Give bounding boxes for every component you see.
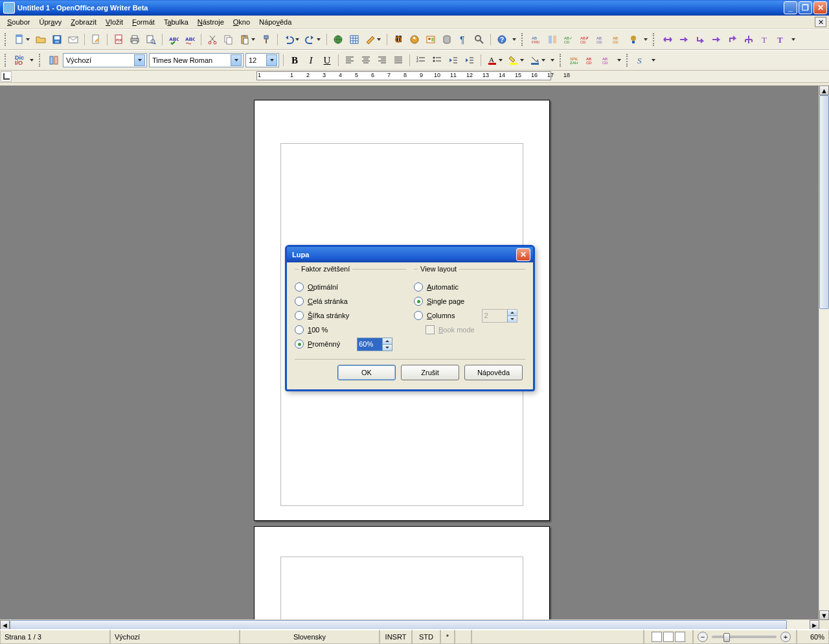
print-button[interactable] — [128, 32, 142, 47]
dic-button[interactable]: DicI/O — [12, 53, 27, 67]
svg-rect-1 — [16, 35, 22, 37]
redo-button[interactable] — [303, 32, 323, 47]
ext-arrow-right-icon[interactable] — [677, 32, 691, 47]
menu-edit[interactable]: Úpravy — [34, 17, 66, 27]
edit-file-button[interactable] — [89, 32, 103, 47]
hyperlink-button[interactable] — [331, 32, 345, 47]
ext-record-changes-icon[interactable] — [626, 32, 641, 47]
decrease-indent-button[interactable] — [446, 53, 460, 67]
undo-button[interactable] — [282, 32, 301, 47]
close-button[interactable]: ✕ — [813, 1, 827, 14]
svg-rect-20 — [227, 38, 232, 44]
menu-insert[interactable]: Vložit — [101, 17, 128, 27]
ext-script-icon[interactable]: S — [634, 53, 648, 67]
table-button[interactable] — [347, 32, 361, 47]
italic-button[interactable]: I — [304, 53, 318, 67]
document-close-button[interactable]: ✕ — [815, 17, 826, 27]
ext-track-changes-icon[interactable] — [545, 32, 560, 47]
cut-button[interactable] — [205, 32, 220, 47]
copy-button[interactable] — [221, 32, 236, 47]
increase-indent-button[interactable] — [462, 53, 477, 67]
menu-tools[interactable]: Nástroje — [193, 17, 229, 27]
menu-view[interactable]: Zobrazit — [66, 17, 101, 27]
toolbar-grip[interactable] — [5, 33, 8, 46]
svg-rect-11 — [132, 41, 137, 43]
toolbar-overflow-3[interactable] — [790, 32, 797, 47]
svg-text:ABC: ABC — [185, 36, 195, 42]
font-color-button[interactable]: A — [485, 53, 505, 67]
menu-file[interactable]: Sdocument.currentScript.previousElementS… — [3, 17, 34, 27]
find-button[interactable] — [391, 32, 405, 47]
toolbar-overflow-4[interactable] — [28, 53, 35, 67]
ext-text-icon[interactable]: T — [758, 32, 772, 47]
ext-tree-icon[interactable] — [742, 32, 756, 47]
font-name-combo[interactable]: Times New Roman — [149, 53, 244, 67]
new-document-button[interactable] — [12, 32, 32, 47]
ext-arrow-down-right-icon[interactable] — [693, 32, 707, 47]
justify-button[interactable] — [391, 53, 405, 67]
underline-button[interactable]: U — [320, 53, 334, 67]
toolbar-grip-7[interactable] — [626, 54, 630, 67]
show-draw-button[interactable] — [363, 32, 383, 47]
svg-line-42 — [480, 40, 483, 43]
ruler-corner[interactable] — [1, 71, 12, 82]
export-pdf-button[interactable]: PDF — [111, 32, 126, 47]
align-left-button[interactable] — [343, 53, 357, 67]
ext-compare-icon[interactable]: ABCD — [594, 32, 608, 47]
ext-accept-change-icon[interactable]: AB✓CD — [562, 32, 576, 47]
zoom-button[interactable] — [472, 32, 486, 47]
ext-merge-icon[interactable]: ABCD — [610, 32, 624, 47]
toolbar-grip-3[interactable] — [653, 33, 657, 46]
ext-arrow-both-icon[interactable] — [661, 32, 675, 47]
highlight-button[interactable] — [506, 53, 526, 67]
bullet-list-button[interactable] — [430, 53, 444, 67]
align-right-button[interactable] — [375, 53, 389, 67]
format-paintbrush-button[interactable] — [259, 32, 273, 47]
toolbar-grip-6[interactable] — [560, 54, 563, 67]
spellcheck-button[interactable]: ABC — [166, 32, 181, 47]
print-preview-button[interactable] — [144, 32, 158, 47]
svg-rect-27 — [350, 36, 358, 43]
ext-arrow-right-2-icon[interactable] — [709, 32, 723, 47]
horizontal-ruler[interactable]: 1234567891011121314151617181 — [12, 71, 829, 82]
paste-button[interactable] — [238, 32, 257, 47]
menu-help[interactable]: Nápověda — [255, 17, 296, 27]
menu-format[interactable]: Formát — [128, 17, 159, 27]
background-color-button[interactable] — [528, 53, 547, 67]
nonprinting-button[interactable]: ¶ — [456, 32, 470, 47]
ext-arrow-up-right-icon[interactable] — [725, 32, 740, 47]
gallery-button[interactable] — [424, 32, 438, 47]
help-button[interactable]: ? — [495, 32, 509, 47]
ext-spe-icon[interactable]: SPEZAH — [567, 53, 582, 67]
ext-text-bold-icon[interactable]: T — [774, 32, 788, 47]
styles-button[interactable] — [47, 53, 61, 67]
menu-window[interactable]: Okno — [229, 17, 255, 27]
navigator-button[interactable] — [407, 32, 422, 47]
number-list-button[interactable]: 12 — [414, 53, 428, 67]
align-center-button[interactable] — [359, 53, 373, 67]
toolbar-grip-2[interactable] — [521, 33, 525, 46]
datasources-button[interactable] — [440, 32, 454, 47]
bold-button[interactable]: B — [288, 53, 302, 67]
svg-text:PDF: PDF — [116, 38, 122, 42]
toolbar-overflow-6[interactable] — [616, 53, 622, 67]
email-button[interactable] — [66, 32, 80, 47]
save-button[interactable] — [50, 32, 64, 47]
paragraph-style-combo[interactable]: Výchozí — [63, 53, 147, 67]
minimize-button[interactable]: _ — [784, 1, 797, 14]
toolbar-overflow-2[interactable] — [642, 32, 649, 47]
toolbar-overflow-7[interactable] — [650, 53, 657, 67]
open-button[interactable] — [34, 32, 48, 47]
ext-reject-change-icon[interactable]: AB✗CD — [578, 32, 592, 47]
toolbar-overflow[interactable] — [511, 32, 517, 47]
autospell-button[interactable]: ABC — [183, 32, 197, 47]
toolbar-overflow-5[interactable] — [549, 53, 556, 67]
toolbar-grip-4[interactable] — [5, 54, 8, 67]
ext-abcd-icon[interactable]: ABCD — [584, 53, 598, 67]
menu-table[interactable]: Tabulka — [159, 17, 193, 27]
maximize-button[interactable]: ❐ — [799, 1, 812, 14]
font-size-combo[interactable]: 12 — [245, 53, 279, 67]
ext-abcd-2-icon[interactable]: ABCD — [600, 53, 614, 67]
ext-find-replace-icon[interactable]: ABFRD — [529, 32, 543, 47]
toolbar-grip-5[interactable] — [39, 54, 43, 67]
